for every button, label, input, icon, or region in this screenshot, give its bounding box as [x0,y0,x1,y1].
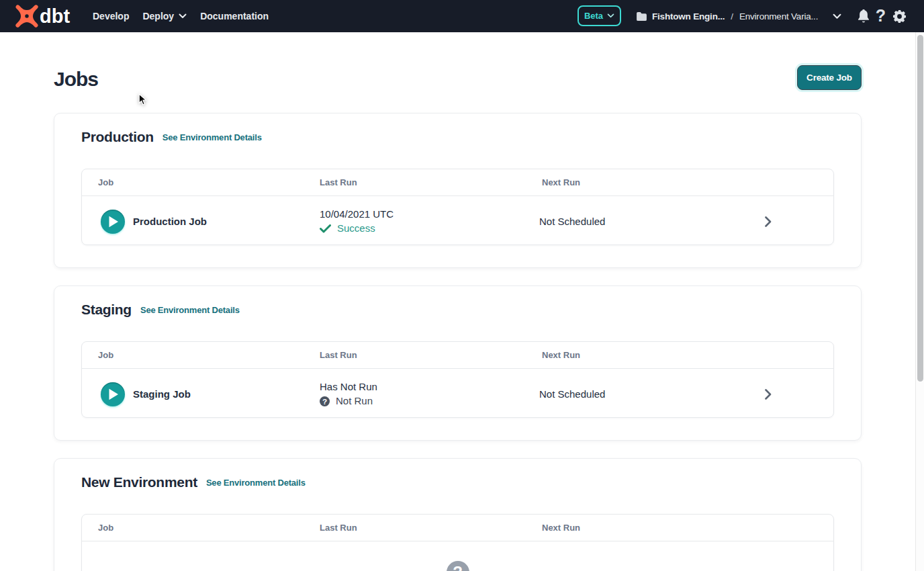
svg-text:?: ? [322,396,327,405]
